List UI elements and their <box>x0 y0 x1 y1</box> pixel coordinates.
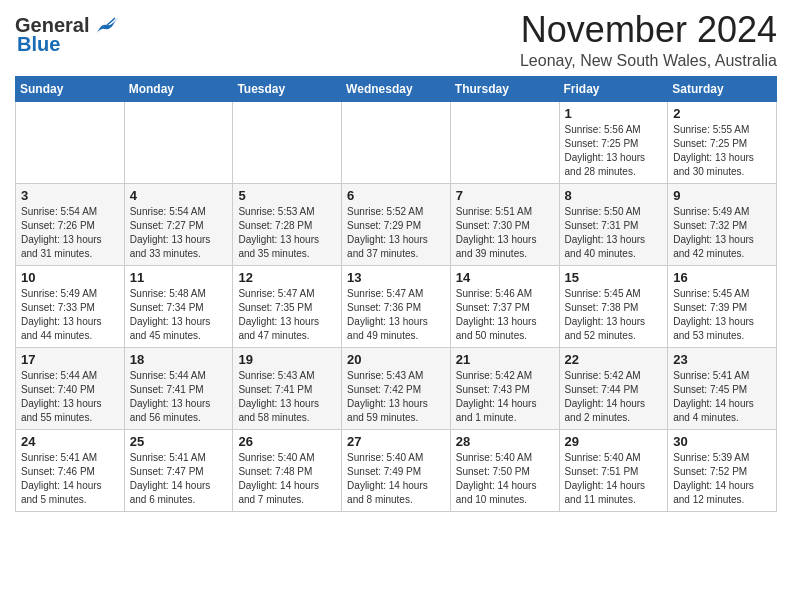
day-cell: 13Sunrise: 5:47 AM Sunset: 7:36 PM Dayli… <box>342 265 451 347</box>
day-info: Sunrise: 5:47 AM Sunset: 7:35 PM Dayligh… <box>238 287 336 343</box>
day-cell: 1Sunrise: 5:56 AM Sunset: 7:25 PM Daylig… <box>559 101 668 183</box>
day-cell: 17Sunrise: 5:44 AM Sunset: 7:40 PM Dayli… <box>16 347 125 429</box>
day-cell: 24Sunrise: 5:41 AM Sunset: 7:46 PM Dayli… <box>16 429 125 511</box>
day-cell: 29Sunrise: 5:40 AM Sunset: 7:51 PM Dayli… <box>559 429 668 511</box>
day-info: Sunrise: 5:40 AM Sunset: 7:49 PM Dayligh… <box>347 451 445 507</box>
day-info: Sunrise: 5:40 AM Sunset: 7:51 PM Dayligh… <box>565 451 663 507</box>
day-cell: 12Sunrise: 5:47 AM Sunset: 7:35 PM Dayli… <box>233 265 342 347</box>
day-info: Sunrise: 5:43 AM Sunset: 7:42 PM Dayligh… <box>347 369 445 425</box>
col-header-friday: Friday <box>559 76 668 101</box>
day-number: 6 <box>347 188 445 203</box>
day-info: Sunrise: 5:46 AM Sunset: 7:37 PM Dayligh… <box>456 287 554 343</box>
day-cell <box>450 101 559 183</box>
day-info: Sunrise: 5:49 AM Sunset: 7:33 PM Dayligh… <box>21 287 119 343</box>
day-info: Sunrise: 5:55 AM Sunset: 7:25 PM Dayligh… <box>673 123 771 179</box>
day-cell: 15Sunrise: 5:45 AM Sunset: 7:38 PM Dayli… <box>559 265 668 347</box>
day-cell <box>342 101 451 183</box>
day-info: Sunrise: 5:50 AM Sunset: 7:31 PM Dayligh… <box>565 205 663 261</box>
day-info: Sunrise: 5:45 AM Sunset: 7:39 PM Dayligh… <box>673 287 771 343</box>
day-cell: 9Sunrise: 5:49 AM Sunset: 7:32 PM Daylig… <box>668 183 777 265</box>
day-cell: 3Sunrise: 5:54 AM Sunset: 7:26 PM Daylig… <box>16 183 125 265</box>
day-cell: 5Sunrise: 5:53 AM Sunset: 7:28 PM Daylig… <box>233 183 342 265</box>
day-number: 26 <box>238 434 336 449</box>
day-cell: 20Sunrise: 5:43 AM Sunset: 7:42 PM Dayli… <box>342 347 451 429</box>
col-header-thursday: Thursday <box>450 76 559 101</box>
day-number: 20 <box>347 352 445 367</box>
day-number: 18 <box>130 352 228 367</box>
week-row-4: 17Sunrise: 5:44 AM Sunset: 7:40 PM Dayli… <box>16 347 777 429</box>
day-info: Sunrise: 5:44 AM Sunset: 7:41 PM Dayligh… <box>130 369 228 425</box>
day-number: 19 <box>238 352 336 367</box>
day-cell: 22Sunrise: 5:42 AM Sunset: 7:44 PM Dayli… <box>559 347 668 429</box>
day-cell: 27Sunrise: 5:40 AM Sunset: 7:49 PM Dayli… <box>342 429 451 511</box>
day-number: 11 <box>130 270 228 285</box>
calendar-table: SundayMondayTuesdayWednesdayThursdayFrid… <box>15 76 777 512</box>
day-number: 5 <box>238 188 336 203</box>
day-cell: 18Sunrise: 5:44 AM Sunset: 7:41 PM Dayli… <box>124 347 233 429</box>
day-info: Sunrise: 5:43 AM Sunset: 7:41 PM Dayligh… <box>238 369 336 425</box>
day-number: 27 <box>347 434 445 449</box>
week-row-3: 10Sunrise: 5:49 AM Sunset: 7:33 PM Dayli… <box>16 265 777 347</box>
location-title: Leonay, New South Wales, Australia <box>520 52 777 70</box>
day-number: 8 <box>565 188 663 203</box>
day-info: Sunrise: 5:45 AM Sunset: 7:38 PM Dayligh… <box>565 287 663 343</box>
col-header-saturday: Saturday <box>668 76 777 101</box>
logo: General Blue <box>15 14 121 56</box>
day-cell: 23Sunrise: 5:41 AM Sunset: 7:45 PM Dayli… <box>668 347 777 429</box>
day-number: 2 <box>673 106 771 121</box>
day-info: Sunrise: 5:52 AM Sunset: 7:29 PM Dayligh… <box>347 205 445 261</box>
day-info: Sunrise: 5:42 AM Sunset: 7:43 PM Dayligh… <box>456 369 554 425</box>
col-header-monday: Monday <box>124 76 233 101</box>
day-cell: 21Sunrise: 5:42 AM Sunset: 7:43 PM Dayli… <box>450 347 559 429</box>
day-number: 7 <box>456 188 554 203</box>
day-number: 15 <box>565 270 663 285</box>
day-number: 30 <box>673 434 771 449</box>
day-number: 13 <box>347 270 445 285</box>
day-number: 22 <box>565 352 663 367</box>
day-number: 28 <box>456 434 554 449</box>
day-cell: 25Sunrise: 5:41 AM Sunset: 7:47 PM Dayli… <box>124 429 233 511</box>
day-number: 4 <box>130 188 228 203</box>
day-number: 29 <box>565 434 663 449</box>
day-info: Sunrise: 5:41 AM Sunset: 7:46 PM Dayligh… <box>21 451 119 507</box>
day-cell: 26Sunrise: 5:40 AM Sunset: 7:48 PM Dayli… <box>233 429 342 511</box>
day-info: Sunrise: 5:51 AM Sunset: 7:30 PM Dayligh… <box>456 205 554 261</box>
day-info: Sunrise: 5:54 AM Sunset: 7:26 PM Dayligh… <box>21 205 119 261</box>
day-number: 21 <box>456 352 554 367</box>
day-info: Sunrise: 5:47 AM Sunset: 7:36 PM Dayligh… <box>347 287 445 343</box>
day-number: 9 <box>673 188 771 203</box>
day-info: Sunrise: 5:39 AM Sunset: 7:52 PM Dayligh… <box>673 451 771 507</box>
col-header-wednesday: Wednesday <box>342 76 451 101</box>
day-number: 16 <box>673 270 771 285</box>
day-info: Sunrise: 5:42 AM Sunset: 7:44 PM Dayligh… <box>565 369 663 425</box>
week-row-2: 3Sunrise: 5:54 AM Sunset: 7:26 PM Daylig… <box>16 183 777 265</box>
day-number: 10 <box>21 270 119 285</box>
day-info: Sunrise: 5:48 AM Sunset: 7:34 PM Dayligh… <box>130 287 228 343</box>
day-info: Sunrise: 5:49 AM Sunset: 7:32 PM Dayligh… <box>673 205 771 261</box>
day-number: 14 <box>456 270 554 285</box>
day-info: Sunrise: 5:40 AM Sunset: 7:50 PM Dayligh… <box>456 451 554 507</box>
day-cell: 16Sunrise: 5:45 AM Sunset: 7:39 PM Dayli… <box>668 265 777 347</box>
day-cell: 30Sunrise: 5:39 AM Sunset: 7:52 PM Dayli… <box>668 429 777 511</box>
day-number: 24 <box>21 434 119 449</box>
day-cell: 2Sunrise: 5:55 AM Sunset: 7:25 PM Daylig… <box>668 101 777 183</box>
day-cell <box>124 101 233 183</box>
col-header-tuesday: Tuesday <box>233 76 342 101</box>
day-number: 3 <box>21 188 119 203</box>
week-row-1: 1Sunrise: 5:56 AM Sunset: 7:25 PM Daylig… <box>16 101 777 183</box>
day-cell: 4Sunrise: 5:54 AM Sunset: 7:27 PM Daylig… <box>124 183 233 265</box>
col-header-sunday: Sunday <box>16 76 125 101</box>
day-number: 17 <box>21 352 119 367</box>
day-info: Sunrise: 5:41 AM Sunset: 7:45 PM Dayligh… <box>673 369 771 425</box>
day-info: Sunrise: 5:54 AM Sunset: 7:27 PM Dayligh… <box>130 205 228 261</box>
logo-blue-text: Blue <box>17 33 60 56</box>
day-info: Sunrise: 5:56 AM Sunset: 7:25 PM Dayligh… <box>565 123 663 179</box>
day-cell <box>16 101 125 183</box>
week-row-5: 24Sunrise: 5:41 AM Sunset: 7:46 PM Dayli… <box>16 429 777 511</box>
day-number: 23 <box>673 352 771 367</box>
title-section: November 2024 Leonay, New South Wales, A… <box>520 10 777 70</box>
header: General Blue November 2024 Leonay, New S… <box>15 10 777 70</box>
day-cell: 8Sunrise: 5:50 AM Sunset: 7:31 PM Daylig… <box>559 183 668 265</box>
month-title: November 2024 <box>520 10 777 50</box>
day-number: 25 <box>130 434 228 449</box>
